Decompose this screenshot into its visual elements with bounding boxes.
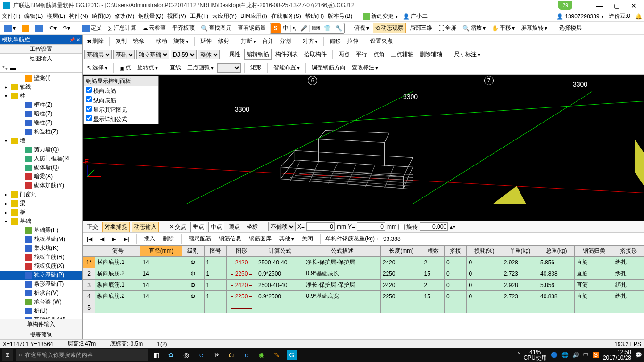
network-icon[interactable]: 🌐 — [561, 352, 569, 358]
viewport-3d[interactable]: 钢筋显示控制面板 横向底筋 纵向底筋 显示其它图元 显示详细公式 6 7 330… — [83, 75, 644, 221]
snap-perp[interactable]: 垂点 — [190, 222, 206, 232]
tree-node[interactable]: ▾柱 — [0, 91, 82, 100]
line-button[interactable]: 直线 — [167, 62, 183, 73]
attribute-button[interactable]: 属性 — [227, 49, 243, 60]
table-header[interactable]: 损耗(%) — [467, 246, 502, 257]
table-header[interactable]: 单重(kg) — [502, 246, 538, 257]
select-button[interactable]: ↖ 选择▾ — [84, 62, 110, 73]
tree-node[interactable]: 框柱(Z) — [0, 100, 82, 109]
adjust-direction-button[interactable]: 调整钢筋方向 — [309, 62, 348, 73]
ortho-toggle[interactable]: 正交 — [84, 222, 100, 232]
tab-single-component[interactable]: 单构件输入 — [0, 319, 82, 329]
menu-modify[interactable]: 修改(M) — [115, 12, 134, 20]
sogou-tray-icon[interactable]: S — [593, 352, 599, 358]
row-delete-button[interactable]: 删除 — [160, 233, 176, 244]
row-insert-button[interactable]: 插入 — [141, 233, 157, 244]
chk-h-bottom[interactable]: 横向底筋 — [84, 86, 158, 96]
point-angle-button[interactable]: 点角 — [371, 49, 387, 60]
table-header[interactable]: 计算公式 — [256, 246, 304, 257]
rebar-info-button[interactable]: 钢筋信息 — [216, 233, 244, 244]
mode-combo[interactable]: 整体 — [198, 50, 220, 59]
tab-report-preview[interactable]: 报表预览 — [0, 329, 82, 339]
tree-node[interactable]: 端柱(Z) — [0, 118, 82, 127]
bell-icon[interactable]: 🔔 — [635, 13, 642, 20]
ime-tray-icon[interactable]: 中 — [583, 351, 589, 359]
three-point-aux-button[interactable]: 三点辅轴 — [388, 49, 416, 60]
menu-draw[interactable]: 绘图(D) — [92, 12, 111, 20]
split-button[interactable]: 分割 — [277, 36, 293, 47]
mirror-button[interactable]: 镜像 — [131, 36, 147, 47]
check-annotation-button[interactable]: 查改标注▾ — [349, 62, 380, 73]
clock[interactable]: 12:582017/10/28 — [603, 349, 631, 361]
table-header[interactable]: 图形 — [227, 246, 256, 257]
screen-rotate-button[interactable]: 屏幕旋转▾ — [519, 23, 550, 33]
table-row[interactable]: 5 — [83, 302, 644, 313]
undo-button[interactable]: ↶▾ — [47, 24, 59, 33]
rotate-input[interactable] — [420, 222, 448, 231]
dynamic-observe-button[interactable]: ⟲ 动态观察 — [373, 23, 406, 33]
align-button[interactable]: 对齐▾ — [300, 36, 320, 47]
tree-node[interactable]: 筏板负筋(X) — [0, 262, 82, 271]
menu-file[interactable]: 文件(F) — [2, 12, 20, 20]
maximize-button[interactable]: ▢ — [614, 2, 620, 9]
select-floor-button[interactable]: 选择楼层 — [557, 23, 584, 33]
offset-combo[interactable]: 不偏移 — [268, 222, 296, 231]
minimize-button[interactable]: — — [596, 2, 603, 9]
tree-node[interactable]: 桩(U) — [0, 306, 82, 315]
app3-icon[interactable]: ✎ — [272, 350, 282, 360]
menu-rebar[interactable]: 钢筋量(Q) — [138, 12, 163, 20]
start-button[interactable]: ⊞ — [2, 349, 13, 361]
component-list-button[interactable]: 构件列表 — [273, 49, 300, 60]
app1-icon[interactable]: ✿ — [166, 350, 176, 360]
tree-node[interactable]: 砌体墙(Q) — [0, 163, 82, 172]
y-input[interactable] — [357, 222, 385, 231]
ime-keyboard-icon[interactable]: ⌨ — [309, 25, 322, 32]
rotate-button[interactable]: 旋转▾ — [171, 36, 191, 47]
tree-node[interactable]: 人防门框墙(RF — [0, 154, 82, 163]
nav-first[interactable]: |◀ — [84, 234, 95, 244]
task-view-icon[interactable]: ◧ — [151, 350, 161, 360]
explorer-icon[interactable]: 🗂 — [226, 350, 237, 360]
zoom-button[interactable]: 🔍 缩放▾ — [460, 23, 488, 33]
flat-roof-button[interactable]: 平齐板顶 — [170, 23, 197, 33]
tree-node[interactable]: ▾墙 — [0, 136, 82, 145]
ime-punct-icon[interactable]: •, — [290, 25, 298, 32]
user-phone[interactable]: 👤 13907298339 ▾ — [556, 13, 604, 20]
type-combo[interactable]: 独立基础 — [136, 50, 169, 59]
table-header[interactable]: 根数 — [422, 246, 444, 257]
menu-help[interactable]: 帮助(H) — [305, 12, 324, 20]
table-row[interactable]: 4纵向底筋.214Φ122500.9*25000.9*基础底宽225015002… — [83, 291, 644, 302]
ime-mic-icon[interactable]: 🎤 — [298, 25, 309, 32]
table-header[interactable]: 钢筋归类 — [575, 246, 613, 257]
menu-view[interactable]: 视图(V) — [167, 12, 186, 20]
local-3d-button[interactable]: 局部三维 — [407, 23, 435, 33]
find-graph-button[interactable]: 🔍 查找图元 — [198, 23, 234, 33]
snap-mid[interactable]: 中点 — [208, 222, 224, 232]
arc3-button[interactable]: 三点画弧▾ — [185, 62, 216, 73]
table-header[interactable] — [83, 246, 95, 257]
overlook-button[interactable]: 俯视▾ — [352, 23, 372, 33]
pick-component-button[interactable]: 拾取构件 — [302, 49, 329, 60]
category-combo[interactable]: 基础 — [113, 50, 135, 59]
fullscreen-button[interactable]: ⛶ 全屏 — [436, 23, 459, 33]
ime-toolbar[interactable]: S 中 •, 🎤 ⌨ 👕 🔧 — [270, 23, 345, 34]
setpoint-button[interactable]: 设置夹点 — [368, 36, 395, 47]
menu-floor[interactable]: 楼层(L) — [47, 12, 65, 20]
ime-tool-icon[interactable]: 🔧 — [333, 25, 344, 32]
snap-vertex[interactable]: 顶点 — [226, 222, 242, 232]
tree-node[interactable]: 基础板带(W) — [0, 315, 82, 319]
chk-show-formula[interactable]: 显示详细公式 — [84, 115, 158, 124]
sum-calc-button[interactable]: ∑ 汇总计算 — [106, 23, 139, 33]
menu-version[interactable]: 版本号(B) — [328, 12, 352, 20]
tree-node[interactable]: 壁龛(I) — [0, 74, 82, 82]
tree-node[interactable]: 筏板基础(M) — [0, 235, 82, 244]
pan-button[interactable]: ✋ 平移▾ — [489, 23, 517, 33]
two-point-button[interactable]: 两点 — [336, 49, 352, 60]
close-panel-button[interactable]: 关闭 — [299, 233, 315, 244]
new-file-button[interactable]: ▾ — [2, 23, 18, 33]
move-button[interactable]: 移动 — [154, 36, 170, 47]
tab-project-settings[interactable]: 工程设置 — [0, 44, 82, 54]
table-header[interactable]: 总重(kg) — [538, 246, 574, 257]
edit-rebar-button[interactable]: 编辑钢筋 — [244, 49, 272, 60]
dimension-button[interactable]: 尺寸标注▾ — [452, 49, 483, 60]
